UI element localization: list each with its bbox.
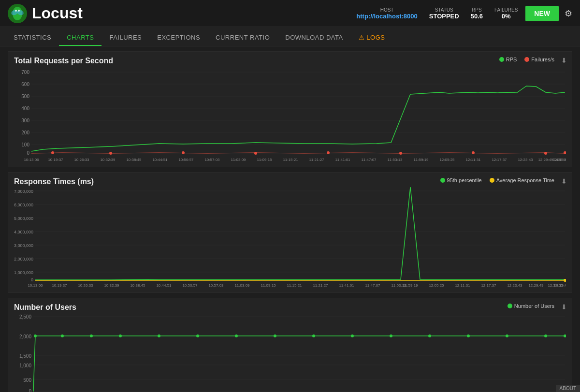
svg-text:11:21:27: 11:21:27 [313, 283, 328, 288]
rps-label: RPS [471, 7, 483, 13]
svg-text:11:15:21: 11:15:21 [287, 283, 302, 288]
svg-point-5 [18, 10, 20, 12]
users-download-icon[interactable]: ⬇ [561, 303, 567, 311]
rps-label: RPS [506, 57, 517, 62]
failures-label: FAILURES [494, 7, 518, 13]
svg-text:10:50:57: 10:50:57 [178, 158, 194, 162]
svg-text:10:32:39: 10:32:39 [104, 283, 119, 288]
users-chart-svg: 2,500 2,000 1,500 1,000 500 0 [14, 312, 566, 392]
svg-text:10:26:33: 10:26:33 [78, 283, 93, 288]
nav-failures[interactable]: FAILURES [102, 29, 149, 46]
response-chart-card: Response Times (ms) 95th percentile Aver… [8, 172, 572, 293]
svg-text:11:09:15: 11:09:15 [261, 283, 276, 288]
svg-text:400: 400 [21, 106, 29, 111]
nav-logs[interactable]: ⚠ LOGS [351, 29, 393, 46]
rps-chart-svg: 700 600 500 400 300 200 100 0 [14, 65, 566, 162]
svg-point-26 [327, 151, 330, 154]
settings-button[interactable]: ⚙ [565, 8, 572, 19]
nav-download-data[interactable]: DOWNLOAD DATA [277, 29, 350, 46]
svg-text:10:19:37: 10:19:37 [48, 158, 63, 162]
svg-point-117 [428, 334, 431, 337]
response-legend-avg: Average Response Time [490, 177, 554, 183]
avg-dot [490, 178, 494, 183]
failures-label: Failures/s [531, 57, 554, 62]
svg-text:11:41:01: 11:41:01 [339, 283, 354, 288]
svg-point-114 [312, 334, 315, 337]
svg-text:500: 500 [23, 377, 31, 383]
status-block: STATUS STOPPED [429, 7, 459, 20]
svg-point-106 [34, 334, 37, 337]
svg-text:700: 700 [21, 70, 29, 75]
svg-point-111 [196, 334, 199, 337]
svg-text:12:17:37: 12:17:37 [481, 283, 496, 288]
svg-point-29 [544, 152, 547, 155]
nav-exceptions[interactable]: EXCEPTIONS [149, 29, 208, 46]
svg-text:11:15:21: 11:15:21 [283, 158, 298, 162]
svg-text:2,000: 2,000 [19, 334, 31, 339]
logo-icon [8, 4, 27, 23]
svg-text:300: 300 [21, 118, 29, 123]
gear-icon: ⚙ [565, 9, 572, 18]
svg-text:12:17:37: 12:17:37 [492, 158, 507, 162]
svg-text:11:03:09: 11:03:09 [234, 283, 250, 288]
rps-download-icon[interactable]: ⬇ [561, 57, 567, 64]
rps-chart-title: Total Requests per Second [14, 57, 113, 65]
charts-area: Total Requests per Second RPS Failures/s… [0, 46, 580, 392]
about-badge[interactable]: ABOUT [556, 385, 580, 392]
svg-text:11:47:07: 11:47:07 [365, 283, 380, 288]
svg-text:11:47:07: 11:47:07 [361, 158, 377, 162]
header: Locust HOST http://localhost:8000 STATUS… [0, 0, 580, 27]
rps-value: 50.6 [471, 13, 483, 20]
svg-text:10:57:03: 10:57:03 [204, 158, 220, 162]
avg-label: Average Response Time [496, 177, 554, 183]
svg-text:100: 100 [21, 142, 29, 147]
failures-value: 0% [494, 13, 518, 20]
nav-current-ratio[interactable]: CURRENT RATIO [208, 29, 277, 46]
failures-block: FAILURES 0% [494, 7, 518, 20]
svg-text:12:23:43: 12:23:43 [518, 158, 533, 162]
svg-point-118 [467, 334, 470, 337]
response-chart-svg: 7,000,000 6,000,000 5,000,000 4,000,000 … [14, 186, 566, 288]
svg-text:10:57:03: 10:57:03 [208, 283, 224, 288]
svg-text:0: 0 [29, 389, 31, 392]
svg-text:10:32:39: 10:32:39 [100, 158, 116, 162]
svg-point-23 [109, 152, 112, 155]
svg-text:12:11:31: 12:11:31 [455, 283, 470, 288]
svg-text:11:21:27: 11:21:27 [309, 158, 324, 162]
p95-label: 95th percentile [447, 177, 482, 183]
header-info: HOST http://localhost:8000 STATUS STOPPE… [356, 7, 518, 20]
nav-statistics[interactable]: STATISTICS [6, 29, 59, 46]
response-chart-svg-wrap: 7,000,000 6,000,000 5,000,000 4,000,000 … [14, 186, 566, 288]
users-dot [508, 304, 512, 308]
svg-point-109 [119, 334, 122, 337]
response-download-icon[interactable]: ⬇ [561, 177, 567, 185]
svg-text:6,000,000: 6,000,000 [14, 203, 33, 207]
svg-point-110 [158, 334, 160, 337]
svg-text:500: 500 [21, 94, 29, 99]
svg-text:10:44:51: 10:44:51 [152, 158, 168, 162]
svg-point-120 [544, 334, 547, 337]
svg-point-22 [51, 151, 54, 154]
svg-text:600: 600 [21, 82, 29, 87]
svg-text:10:13:06: 10:13:06 [28, 283, 43, 288]
status-label: STATUS [429, 7, 459, 13]
new-button[interactable]: NEW [525, 6, 559, 21]
users-label: Number of Users [514, 303, 554, 309]
app-title: Locust [32, 4, 83, 22]
svg-point-115 [351, 334, 354, 337]
p95-dot [440, 178, 445, 183]
svg-text:2,500: 2,500 [19, 314, 31, 319]
main-nav: STATISTICS CHARTS FAILURES EXCEPTIONS CU… [0, 27, 580, 46]
nav-charts[interactable]: CHARTS [59, 29, 102, 46]
svg-point-27 [399, 152, 402, 155]
svg-text:1,000: 1,000 [19, 363, 31, 368]
svg-point-25 [254, 152, 257, 155]
rps-dot [499, 57, 504, 62]
svg-point-108 [90, 334, 93, 337]
host-block: HOST http://localhost:8000 [356, 7, 417, 20]
users-chart-svg-wrap: 2,500 2,000 1,500 1,000 500 0 [14, 312, 566, 392]
svg-point-107 [61, 334, 64, 337]
svg-text:14:15:45: 14:15:45 [554, 158, 566, 162]
svg-point-113 [274, 334, 276, 337]
svg-point-4 [15, 10, 17, 12]
